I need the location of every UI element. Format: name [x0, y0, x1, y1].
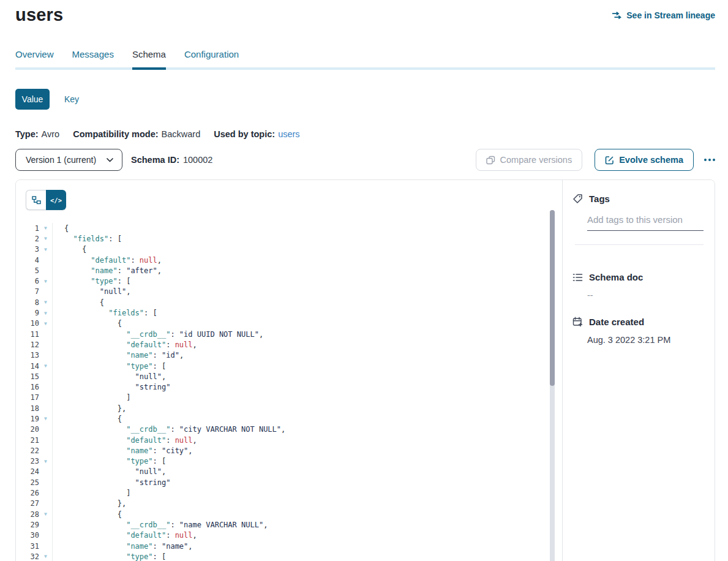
code-line: 6▼ "type": [: [16, 276, 562, 286]
compare-versions-button[interactable]: Compare versions: [476, 149, 583, 171]
code-text: "__crdb__": "city VARCHAR NOT NULL",: [52, 424, 285, 435]
tags-title: Tags: [589, 194, 610, 204]
line-number: 25: [16, 478, 39, 487]
date-created-title: Date created: [589, 317, 644, 327]
code-text: "type": [: [52, 276, 130, 286]
code-line: 32▼ "type": [: [16, 551, 562, 561]
fold-toggle-icon[interactable]: ▼: [39, 236, 52, 241]
code-line: 28▼ {: [16, 509, 562, 519]
code-line: 8▼ {: [16, 297, 562, 307]
line-number: 1: [16, 224, 39, 233]
code-text: {: [52, 244, 86, 255]
line-number: 3: [16, 245, 39, 254]
code-line: 20 "__crdb__": "city VARCHAR NOT NULL",: [16, 424, 562, 435]
code-line: 29 "__crdb__": "name VARCHAR NULL",: [16, 519, 562, 530]
tree-view-icon: [32, 196, 41, 205]
meta-item: Used by topic:users: [214, 129, 299, 139]
code-line: 24 "null",: [16, 467, 562, 477]
line-number: 26: [16, 489, 39, 497]
tree-view-button[interactable]: [26, 190, 46, 210]
fold-toggle-icon[interactable]: ▼: [39, 279, 52, 284]
code-line: 7 "null",: [16, 287, 562, 297]
fold-toggle-icon[interactable]: ▼: [39, 554, 52, 559]
code-line: 1▼{: [16, 223, 562, 233]
fold-toggle-icon[interactable]: ▼: [39, 363, 52, 369]
schema-page: users See in Stream lineage OverviewMess…: [0, 0, 728, 561]
line-number: 2: [16, 235, 39, 243]
fold-toggle-icon[interactable]: ▼: [39, 247, 52, 252]
code-text: "default": null,: [52, 530, 197, 541]
meta-value: Avro: [42, 129, 60, 139]
line-number: 29: [16, 521, 39, 529]
line-number: 31: [16, 542, 39, 551]
fold-toggle-icon[interactable]: ▼: [39, 511, 52, 517]
code-line: 15 "null",: [16, 371, 562, 382]
fold-toggle-icon[interactable]: ▼: [39, 459, 52, 464]
fold-toggle-icon[interactable]: ▼: [39, 299, 52, 305]
tab-schema[interactable]: Schema: [132, 49, 166, 70]
code-line: 22 "name": "city",: [16, 445, 562, 456]
code-view-button[interactable]: </>: [46, 190, 66, 210]
line-number: 16: [16, 383, 39, 391]
version-select-value: Version 1 (current): [26, 155, 96, 165]
code-line: 10▼ {: [16, 318, 562, 329]
schema-sidebar: Tags Schema doc --: [563, 180, 715, 561]
code-line: 26 ]: [16, 488, 562, 498]
code-text: "type": [: [52, 456, 166, 467]
code-line: 30 "default": null,: [16, 530, 562, 541]
tabs: OverviewMessagesSchemaConfiguration: [15, 49, 715, 70]
version-row: Version 1 (current) Schema ID: 100002: [15, 149, 715, 171]
code-line: 17 ]: [16, 393, 562, 403]
scrollbar-thumb[interactable]: [550, 210, 555, 386]
code-line: 2▼ "fields": [: [16, 233, 562, 244]
fold-toggle-icon[interactable]: ▼: [39, 416, 52, 421]
topic-link[interactable]: users: [278, 129, 299, 139]
code-text: "string": [52, 382, 170, 392]
code-text: "default": null,: [52, 339, 197, 350]
line-number: 17: [16, 393, 39, 402]
code-text: "name": "name",: [52, 541, 193, 551]
date-created-header: Date created: [563, 317, 715, 327]
tab-messages[interactable]: Messages: [72, 49, 114, 67]
code-text: "default": null,: [52, 435, 197, 445]
line-number: 32: [16, 552, 39, 561]
code-line: 16 "string": [16, 382, 562, 392]
tab-configuration[interactable]: Configuration: [184, 49, 239, 67]
meta-label: Compatibility mode:: [73, 129, 158, 139]
meta-item: Type:Avro: [15, 129, 59, 139]
tab-overview[interactable]: Overview: [15, 49, 54, 67]
code-text: "name": "city",: [52, 445, 193, 456]
fold-toggle-icon[interactable]: ▼: [39, 311, 52, 316]
value-toggle-button[interactable]: Value: [15, 89, 50, 110]
more-actions-button[interactable]: [704, 159, 715, 161]
key-toggle-button[interactable]: Key: [64, 94, 79, 104]
line-number: 15: [16, 372, 39, 381]
editor-view-toggle: </>: [26, 190, 66, 210]
fold-toggle-icon[interactable]: ▼: [39, 321, 52, 326]
line-number: 5: [16, 266, 39, 275]
meta-label: Used by topic:: [214, 129, 275, 139]
code-line: 21 "default": null,: [16, 435, 562, 445]
code-text: },: [52, 403, 126, 413]
scrollbar-track[interactable]: [550, 210, 555, 561]
stream-lineage-icon: [612, 12, 622, 20]
code-line: 23▼ "type": [: [16, 456, 562, 467]
code-text: {: [52, 509, 122, 519]
stream-lineage-link[interactable]: See in Stream lineage: [612, 10, 715, 20]
meta-label: Type:: [15, 129, 39, 139]
code-text: "default": null,: [52, 255, 162, 265]
fold-toggle-icon[interactable]: ▼: [39, 225, 52, 231]
code-line: 13 "name": "id",: [16, 350, 562, 361]
code-text: "null",: [52, 287, 130, 297]
code-text: "null",: [52, 371, 166, 382]
sidebar-divider: [575, 244, 704, 245]
code-text: ]: [52, 393, 130, 403]
line-number: 24: [16, 467, 39, 476]
version-select[interactable]: Version 1 (current): [15, 149, 122, 171]
tag-icon: [572, 194, 583, 204]
schema-doc-value: --: [587, 290, 705, 300]
add-tags-input[interactable]: [587, 212, 704, 231]
code-text: "name": "id",: [52, 350, 184, 361]
evolve-schema-button[interactable]: Evolve schema: [595, 149, 694, 171]
chevron-down-icon: [107, 158, 113, 162]
